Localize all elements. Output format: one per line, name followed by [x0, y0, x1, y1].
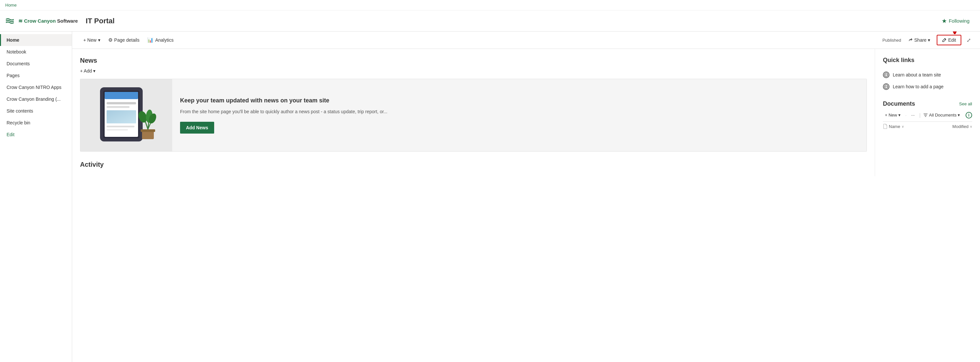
docs-filter-chevron: ▾	[958, 113, 960, 118]
docs-col-modified[interactable]: Modified ∨	[953, 124, 972, 129]
published-status: Published	[882, 38, 901, 43]
docs-more-button[interactable]: ···	[909, 111, 917, 119]
docs-toolbar-separator: ·	[905, 113, 907, 118]
sidebar-item-pages[interactable]: Pages	[0, 70, 72, 81]
svg-rect-7	[107, 106, 130, 108]
logo-icon	[5, 18, 16, 25]
quick-link-label-1: Learn about a team site	[893, 72, 941, 77]
sidebar-item-label: Pages	[6, 73, 20, 78]
news-card: Keep your team updated with news on your…	[80, 79, 867, 151]
file-icon	[883, 124, 888, 129]
news-section: News + Add ▾	[80, 57, 867, 151]
docs-more-label: ···	[911, 113, 915, 118]
sidebar-item-branding[interactable]: Crow Canyon Branding (...	[0, 93, 72, 105]
activity-title: Activity	[80, 161, 867, 168]
news-description: From the site home page you'll be able t…	[180, 108, 859, 115]
news-text: Keep your team updated with news on your…	[172, 79, 867, 151]
globe-icon-2	[883, 83, 889, 90]
docs-toolbar-separator-2: |	[920, 113, 921, 118]
news-title: News	[80, 57, 867, 64]
annotation-arrow	[945, 32, 964, 34]
docs-toolbar: + New ▾ · ··· |	[883, 111, 972, 119]
sidebar-item-home[interactable]: Home	[0, 34, 72, 46]
logo-software: Software	[56, 18, 78, 24]
see-all-link[interactable]: See all	[959, 101, 972, 106]
sidebar-item-edit[interactable]: Edit	[0, 129, 72, 140]
edit-icon	[942, 38, 947, 42]
expand-button[interactable]: ⤢	[965, 36, 972, 45]
docs-col-name-chevron: ∨	[902, 125, 904, 128]
share-chevron-icon: ▾	[928, 37, 930, 43]
docs-header: Documents See all	[883, 100, 972, 107]
docs-col-modified-label: Modified	[953, 124, 969, 129]
sidebar-item-label: Notebook	[6, 49, 26, 54]
docs-info-button[interactable]: i	[966, 112, 972, 118]
sidebar-item-recycle-bin[interactable]: Recycle bin	[0, 117, 72, 129]
page-content: News + Add ▾	[72, 49, 980, 176]
following-label: Following	[949, 18, 969, 24]
news-headline: Keep your team updated with news on your…	[180, 97, 859, 104]
quick-link-item-1[interactable]: Learn about a team site	[883, 69, 972, 81]
docs-new-button[interactable]: + New ▾	[883, 111, 903, 119]
docs-filter-button[interactable]: All Documents ▾	[923, 113, 960, 118]
globe-svg-1	[884, 73, 888, 77]
sidebar-item-label: Recycle bin	[6, 120, 30, 125]
top-bar-home-link[interactable]: Home	[5, 3, 17, 8]
globe-svg-2	[884, 85, 888, 89]
activity-section: Activity	[80, 161, 867, 168]
docs-col-name-label: Name	[889, 124, 900, 129]
sidebar-item-documents[interactable]: Documents	[0, 58, 72, 70]
new-label: + New	[83, 37, 96, 43]
logo-text[interactable]: ≋ Crow Canyon Software	[18, 18, 78, 24]
quick-link-item-2[interactable]: Learn how to add a page	[883, 81, 972, 92]
quick-links-section: Quick links Learn about a team site	[883, 57, 972, 92]
news-illustration	[94, 82, 159, 148]
page-details-label: Page details	[114, 37, 139, 43]
top-bar: Home	[0, 0, 980, 11]
content-area: + New ▾ ⚙ Page details 📊 Analytics Publi…	[72, 32, 980, 362]
svg-rect-10	[107, 126, 134, 128]
docs-col-name[interactable]: Name ∨	[883, 124, 953, 129]
docs-title: Documents	[883, 100, 915, 107]
site-title: IT Portal	[86, 17, 941, 25]
add-news-link[interactable]: + Add ▾	[80, 68, 867, 73]
following-button[interactable]: ★ Following	[942, 18, 969, 25]
sidebar-item-label: Home	[6, 37, 19, 43]
sidebar-item-label: Crow Canyon NITRO Apps	[6, 85, 61, 90]
star-icon: ★	[942, 18, 947, 25]
svg-rect-6	[107, 102, 136, 104]
sidebar-item-site-contents[interactable]: Site contents	[0, 105, 72, 117]
globe-icon-1	[883, 72, 889, 78]
logo-crow: ≋ Crow Canyon	[18, 18, 56, 24]
analytics-button[interactable]: 📊 Analytics	[144, 35, 177, 45]
sidebar-item-label: Documents	[6, 61, 30, 66]
toolbar: + New ▾ ⚙ Page details 📊 Analytics Publi…	[72, 32, 980, 49]
page-details-button[interactable]: ⚙ Page details	[105, 35, 143, 45]
logo-area: ≋ Crow Canyon Software	[5, 18, 78, 25]
docs-col-modified-chevron: ∨	[970, 125, 972, 128]
analytics-icon: 📊	[147, 37, 153, 43]
header: ≋ Crow Canyon Software IT Portal ★ Follo…	[0, 11, 980, 32]
edit-button[interactable]: Edit	[937, 35, 961, 45]
sidebar: Home Notebook Documents Pages Crow Canyo…	[0, 32, 72, 362]
add-news-chevron: ▾	[93, 68, 95, 73]
edit-button-wrapper: Edit	[937, 35, 961, 45]
share-button[interactable]: Share ▾	[905, 36, 933, 44]
new-button[interactable]: + New ▾	[80, 35, 103, 45]
gear-icon: ⚙	[108, 37, 113, 43]
sidebar-item-nitro-apps[interactable]: Crow Canyon NITRO Apps	[0, 81, 72, 93]
sidebar-item-label: Crow Canyon Branding (...	[6, 96, 60, 102]
content-left: News + Add ▾	[72, 49, 875, 176]
docs-new-label: + New	[885, 113, 897, 118]
toolbar-right: Published Share ▾ Edit	[882, 35, 972, 45]
sidebar-item-notebook[interactable]: Notebook	[0, 46, 72, 58]
quick-links-title: Quick links	[883, 57, 972, 64]
svg-rect-11	[107, 129, 128, 131]
analytics-label: Analytics	[155, 37, 173, 43]
quick-link-label-2: Learn how to add a page	[893, 84, 943, 89]
main-layout: Home Notebook Documents Pages Crow Canyo…	[0, 32, 980, 362]
new-chevron-icon: ▾	[98, 37, 100, 43]
sidebar-item-label: Edit	[6, 132, 14, 137]
edit-label: Edit	[948, 37, 956, 43]
add-news-button[interactable]: Add News	[180, 122, 214, 134]
